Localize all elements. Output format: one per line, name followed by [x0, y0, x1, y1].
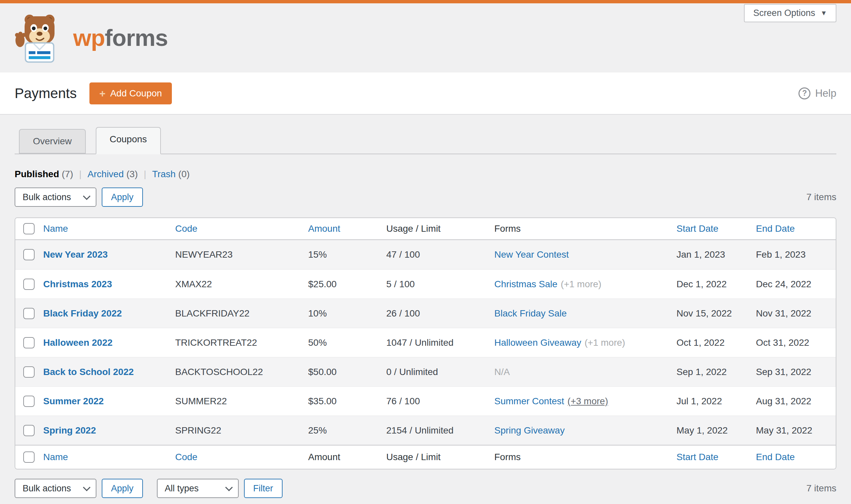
checkbox-cell	[15, 337, 43, 348]
coupon-code-cell: XMAX22	[175, 279, 308, 290]
coupon-name-link[interactable]: Back to School 2022	[43, 367, 134, 377]
form-link[interactable]: New Year Contest	[494, 249, 569, 260]
table-row: New Year 2023NEWYEAR2315%47 / 100New Yea…	[15, 240, 836, 269]
coupon-start-date-cell: May 1, 2022	[676, 425, 756, 436]
coupon-name-link[interactable]: Summer 2022	[43, 396, 104, 406]
table-row: Christmas 2023XMAX22$25.005 / 100Christm…	[15, 269, 836, 299]
coupon-usage-cell: 5 / 100	[386, 279, 494, 290]
column-label-usage-limit: Usage / Limit	[386, 223, 440, 234]
column-header-name: Name	[43, 223, 175, 234]
row-checkbox[interactable]	[23, 278, 35, 290]
status-filter-archived[interactable]: Archived(3)	[87, 169, 138, 180]
column-header-start-date: Start Date	[676, 223, 756, 234]
bulk-actions-select[interactable]: Bulk actions	[15, 187, 96, 207]
sort-link-code[interactable]: Code	[175, 452, 197, 462]
top-toolbar: Bulk actions Apply 7 items	[15, 187, 836, 207]
table-row: Black Friday 2022BLACKFRIDAY2210%26 / 10…	[15, 299, 836, 328]
row-checkbox[interactable]	[23, 425, 35, 436]
coupon-name-link[interactable]: Christmas 2023	[43, 279, 112, 289]
coupon-name-cell: Summer 2022	[43, 396, 175, 407]
tab-overview[interactable]: Overview	[19, 129, 86, 154]
sort-link-end-date[interactable]: End Date	[756, 223, 795, 234]
coupon-name-cell: Black Friday 2022	[43, 308, 175, 319]
filter-button[interactable]: Filter	[244, 479, 283, 498]
filter-separator: |	[79, 169, 82, 180]
row-checkbox[interactable]	[23, 308, 35, 319]
checkbox-cell	[15, 366, 43, 378]
coupon-code-cell: BLACKFRIDAY22	[175, 308, 308, 319]
coupons-table: NameCodeAmountUsage / LimitFormsStart Da…	[15, 217, 836, 469]
help-link[interactable]: ? Help	[798, 87, 836, 100]
sort-link-amount[interactable]: Amount	[308, 223, 340, 234]
form-link[interactable]: Halloween Giveaway	[494, 338, 581, 348]
row-checkbox[interactable]	[23, 337, 35, 348]
coupon-name-link[interactable]: New Year 2023	[43, 249, 108, 260]
apply-button[interactable]: Apply	[102, 187, 143, 207]
question-circle-icon: ?	[798, 87, 811, 100]
bulk-actions-value: Bulk actions	[23, 192, 71, 202]
coupon-code-cell: SPRING22	[175, 425, 308, 436]
checkbox-cell	[15, 451, 43, 463]
main-content: OverviewCoupons Published(7)|Archived(3)…	[0, 127, 851, 498]
status-filter-label: Published	[15, 169, 59, 179]
coupon-name-cell: Spring 2022	[43, 425, 175, 436]
sort-link-name[interactable]: Name	[43, 223, 68, 234]
add-coupon-button[interactable]: + Add Coupon	[89, 83, 172, 104]
checkbox-cell	[15, 308, 43, 319]
status-filter-label[interactable]: Trash	[152, 169, 176, 179]
coupon-name-link[interactable]: Spring 2022	[43, 425, 96, 435]
coupon-amount-cell: $25.00	[308, 279, 386, 290]
status-filter-label[interactable]: Archived	[87, 169, 124, 179]
sort-link-start-date[interactable]: Start Date	[676, 452, 718, 462]
form-link[interactable]: Spring Giveaway	[494, 425, 565, 435]
type-filter-select[interactable]: All types	[157, 479, 239, 498]
bulk-actions-select-bottom[interactable]: Bulk actions	[15, 479, 96, 498]
coupon-amount-cell: $35.00	[308, 396, 386, 407]
coupon-usage-cell: 26 / 100	[386, 308, 494, 319]
wpforms-bear-icon	[15, 13, 65, 63]
coupon-start-date-cell: Oct 1, 2022	[676, 338, 756, 348]
coupon-code-cell: BACKTOSCHOOL22	[175, 367, 308, 377]
select-all-checkbox-bottom[interactable]	[23, 451, 35, 463]
coupon-start-date-cell: Nov 15, 2022	[676, 308, 756, 319]
sort-link-code[interactable]: Code	[175, 223, 197, 234]
row-checkbox[interactable]	[23, 249, 35, 260]
table-header-row: NameCodeAmountUsage / LimitFormsStart Da…	[15, 218, 836, 240]
sort-link-name[interactable]: Name	[43, 452, 68, 462]
form-link[interactable]: Christmas Sale	[494, 279, 558, 289]
chevron-down-icon	[83, 484, 91, 491]
coupon-end-date-cell: Feb 1, 2023	[756, 249, 836, 260]
row-checkbox[interactable]	[23, 396, 35, 407]
coupon-start-date-cell: Sep 1, 2022	[676, 367, 756, 377]
row-checkbox[interactable]	[23, 366, 35, 378]
coupon-end-date-cell: Oct 31, 2022	[756, 338, 836, 348]
coupon-start-date-cell: Jan 1, 2023	[676, 249, 756, 260]
coupon-end-date-cell: Aug 31, 2022	[756, 396, 836, 407]
forms-more-label[interactable]: (+3 more)	[567, 396, 608, 406]
coupon-code-cell: SUMMER22	[175, 396, 308, 407]
status-filter-trash[interactable]: Trash(0)	[152, 169, 190, 180]
sort-link-end-date[interactable]: End Date	[756, 452, 795, 462]
screen-options-button[interactable]: Screen Options ▼	[744, 4, 836, 22]
add-coupon-label: Add Coupon	[110, 88, 162, 99]
table-row: Back to School 2022BACKTOSCHOOL22$50.000…	[15, 357, 836, 386]
tab-coupons[interactable]: Coupons	[96, 127, 161, 154]
apply-button-bottom[interactable]: Apply	[102, 479, 143, 498]
table-row: Halloween 2022TRICKORTREAT2250%1047 / Un…	[15, 328, 836, 357]
coupon-name-link[interactable]: Black Friday 2022	[43, 308, 122, 319]
chevron-down-icon: ▼	[820, 9, 827, 17]
form-link[interactable]: Summer Contest	[494, 396, 564, 406]
items-count: 7 items	[807, 192, 836, 202]
sort-link-start-date[interactable]: Start Date	[676, 223, 718, 234]
checkbox-cell	[15, 223, 43, 234]
status-filter-count: (0)	[178, 169, 189, 179]
coupon-name-link[interactable]: Halloween 2022	[43, 338, 113, 348]
select-all-checkbox[interactable]	[23, 223, 35, 234]
plus-icon: +	[99, 88, 106, 99]
chevron-down-icon	[225, 484, 233, 491]
coupon-start-date-cell: Jul 1, 2022	[676, 396, 756, 407]
column-header-code: Code	[175, 223, 308, 234]
coupon-name-cell: Christmas 2023	[43, 279, 175, 290]
column-label-forms: Forms	[494, 223, 521, 234]
form-link[interactable]: Black Friday Sale	[494, 308, 567, 319]
